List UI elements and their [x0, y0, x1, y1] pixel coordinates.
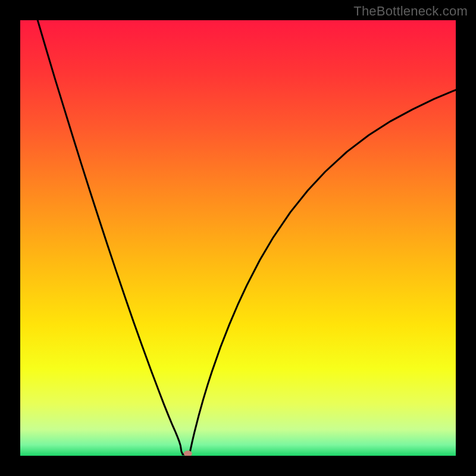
- plot-area: [20, 20, 456, 456]
- chart-svg: [20, 20, 456, 456]
- gradient-background: [20, 20, 456, 456]
- chart-frame: TheBottleneck.com: [0, 0, 476, 476]
- watermark-text: TheBottleneck.com: [353, 4, 468, 19]
